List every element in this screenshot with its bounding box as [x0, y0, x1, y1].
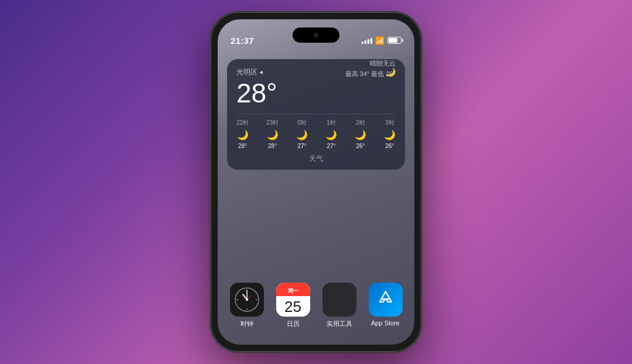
wifi-icon: 📶 — [375, 36, 384, 45]
hourly-icon-1: 🌙 — [267, 129, 279, 140]
phone-frame: 21:37 📶 — [211, 12, 421, 352]
hourly-label-2: 0时 — [297, 119, 307, 127]
signal-bar-1 — [362, 42, 363, 44]
weather-widget[interactable]: 光明区 ◂ 🌙 28° 晴朗无云 最高 34° 最低 26° 22时 🌙 28° — [227, 59, 405, 170]
hourly-temp-3: 27° — [327, 143, 336, 149]
weather-desc-line2: 最高 34° 最低 26° — [345, 69, 396, 80]
weather-main-row: 28° 晴朗无云 最高 34° 最低 26° — [236, 80, 396, 108]
clock-svg — [230, 283, 264, 317]
hourly-temp-0: 28° — [238, 143, 247, 149]
hourly-item-3: 1时 🌙 27° — [325, 119, 337, 149]
hourly-item-2: 0时 🌙 27° — [296, 119, 308, 149]
utilities-app-icon[interactable] — [322, 283, 356, 317]
hourly-label-0: 22时 — [236, 119, 249, 127]
battery-icon — [387, 37, 401, 44]
hourly-temp-5: 26° — [385, 143, 394, 149]
hourly-label-1: 23时 — [266, 119, 279, 127]
hourly-item-5: 3时 🌙 26° — [384, 119, 396, 149]
app-item-calendar[interactable]: 周一 25 日历 — [276, 283, 310, 328]
calendar-day: 25 — [284, 299, 301, 314]
appstore-app-label: App Store — [371, 320, 400, 327]
signal-bar-2 — [365, 40, 366, 44]
app-row: 时钟 周一 25 日历 — [218, 283, 414, 328]
clock-app-icon[interactable] — [230, 283, 264, 317]
calendar-header: 周一 — [276, 283, 310, 296]
hourly-icon-2: 🌙 — [296, 129, 308, 140]
hourly-item-0: 22时 🌙 28° — [236, 119, 249, 149]
dynamic-island — [293, 28, 339, 43]
signal-bar-3 — [367, 39, 369, 44]
weather-description: 晴朗无云 最高 34° 最低 26° — [345, 59, 396, 79]
hourly-icon-3: 🌙 — [325, 129, 337, 140]
weather-temperature: 28° — [236, 80, 277, 107]
appstore-app-icon[interactable] — [369, 283, 403, 317]
calendar-app-label: 日历 — [287, 320, 300, 328]
svg-point-8 — [246, 298, 248, 301]
signal-icon — [362, 37, 372, 44]
signal-bar-4 — [370, 38, 372, 44]
calendar-weekday: 周一 — [288, 288, 298, 294]
utilities-app-label: 实用工具 — [327, 320, 352, 328]
app-item-utilities[interactable]: 实用工具 — [322, 283, 356, 328]
calendar-app-icon[interactable]: 周一 25 — [276, 283, 310, 317]
app-item-appstore[interactable]: App Store — [369, 283, 403, 328]
camera-dot — [314, 33, 318, 37]
calendar-body: 25 — [276, 296, 310, 317]
hourly-icon-5: 🌙 — [384, 129, 396, 140]
weather-widget-title: 天气 — [236, 154, 396, 164]
hourly-label-5: 3时 — [385, 119, 394, 127]
status-time: 21:37 — [231, 36, 254, 46]
hourly-label-3: 1时 — [327, 119, 336, 127]
status-icons: 📶 — [362, 36, 401, 45]
hourly-item-4: 2时 🌙 26° — [355, 119, 366, 149]
hourly-icon-0: 🌙 — [237, 129, 249, 140]
hourly-temp-1: 28° — [268, 143, 277, 149]
phone-screen: 21:37 📶 — [218, 19, 414, 345]
appstore-logo-svg — [375, 289, 396, 310]
hourly-temp-4: 26° — [356, 143, 365, 149]
hourly-temp-2: 27° — [298, 143, 307, 149]
phone-container: 21:37 📶 — [211, 12, 421, 352]
hourly-item-1: 23时 🌙 28° — [266, 119, 279, 149]
app-item-clock[interactable]: 时钟 — [230, 283, 264, 328]
weather-location: 光明区 ◂ — [236, 67, 263, 77]
weather-hourly: 22时 🌙 28° 23时 🌙 28° 0时 🌙 27° — [236, 114, 396, 149]
hourly-icon-4: 🌙 — [355, 129, 366, 140]
battery-fill — [389, 38, 397, 43]
hourly-label-4: 2时 — [356, 119, 365, 127]
weather-desc-line1: 晴朗无云 — [345, 59, 396, 69]
clock-app-label: 时钟 — [241, 320, 253, 328]
